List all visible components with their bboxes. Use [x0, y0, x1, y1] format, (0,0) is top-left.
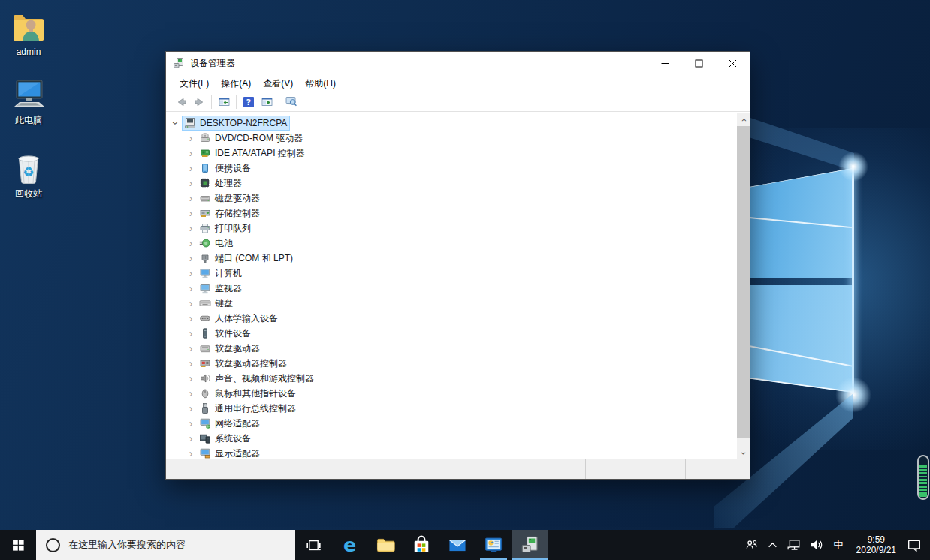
- tree-item[interactable]: ›打印队列: [166, 221, 737, 236]
- menu-file[interactable]: 文件(F): [174, 75, 215, 92]
- taskbar-edge-button[interactable]: e: [331, 530, 367, 560]
- chevron-right-icon[interactable]: ›: [184, 418, 198, 429]
- taskbar-system-panel-button[interactable]: [476, 530, 512, 560]
- chevron-right-icon[interactable]: ›: [184, 133, 198, 143]
- close-button[interactable]: [716, 53, 750, 74]
- taskbar-search-box[interactable]: 在这里输入你要搜索的内容: [36, 530, 295, 560]
- windows-logo-icon: [12, 539, 25, 552]
- tree-item[interactable]: ›系统设备: [166, 431, 737, 446]
- menu-help[interactable]: 帮助(H): [299, 75, 342, 92]
- tree-item[interactable]: ›IDE ATA/ATAPI 控制器: [166, 146, 737, 161]
- chevron-right-icon[interactable]: ›: [184, 148, 198, 158]
- chevron-right-icon[interactable]: ›: [184, 388, 198, 399]
- action-pane-button[interactable]: [258, 94, 276, 110]
- chevron-right-icon[interactable]: ›: [184, 268, 198, 278]
- action-center-button[interactable]: [903, 530, 930, 560]
- maximize-button[interactable]: [682, 53, 716, 74]
- tree-item[interactable]: ›软盘驱动器: [166, 341, 737, 356]
- tree-item[interactable]: ›通用串行总线控制器: [166, 401, 737, 416]
- scroll-up-button[interactable]: ›: [737, 113, 750, 126]
- menu-action[interactable]: 操作(A): [215, 75, 257, 92]
- forward-arrow-icon: [193, 96, 206, 108]
- menu-view[interactable]: 查看(V): [257, 75, 299, 92]
- chevron-right-icon[interactable]: ›: [184, 298, 198, 309]
- tree-item[interactable]: ›磁盘驱动器: [166, 191, 737, 206]
- chevron-right-icon[interactable]: ›: [184, 163, 198, 173]
- chevron-right-icon[interactable]: ›: [184, 193, 198, 203]
- desktop-icon-label: admin: [0, 47, 57, 57]
- desktop-icon-admin[interactable]: admin: [0, 9, 57, 57]
- console-tree-button[interactable]: [215, 94, 233, 110]
- taskbar-file-explorer-button[interactable]: [367, 530, 403, 560]
- tree-item[interactable]: ›计算机: [166, 266, 737, 281]
- ide-controller-icon: [199, 147, 211, 159]
- taskbar-mail-button[interactable]: [439, 530, 476, 560]
- tree-item[interactable]: ›处理器: [166, 176, 737, 191]
- chevron-right-icon[interactable]: ›: [184, 238, 198, 248]
- tree-item-label: 通用串行总线控制器: [215, 402, 296, 415]
- ime-indicator[interactable]: 中: [828, 530, 850, 560]
- chevron-right-icon[interactable]: ›: [184, 208, 198, 218]
- chevron-right-icon[interactable]: ›: [184, 178, 198, 188]
- task-view-button[interactable]: [295, 530, 331, 560]
- people-button[interactable]: [741, 530, 762, 560]
- tree-item[interactable]: ›电池: [166, 236, 737, 251]
- show-hidden-icons-button[interactable]: [762, 530, 783, 560]
- chevron-right-icon[interactable]: ›: [184, 223, 198, 233]
- monitor-icon: [199, 282, 211, 294]
- tree-item[interactable]: ›端口 (COM 和 LPT): [166, 251, 737, 266]
- device-manager-window: 设备管理器 文件(F)操作(A)查看(V)帮助(H): [165, 51, 750, 480]
- chevron-right-icon[interactable]: ›: [184, 403, 198, 414]
- help-button[interactable]: ?: [240, 94, 258, 110]
- taskbar-store-button[interactable]: [403, 530, 439, 560]
- desktop-icon-this-pc[interactable]: 此电脑: [0, 77, 57, 127]
- volume-button[interactable]: [805, 530, 828, 560]
- chevron-right-icon[interactable]: ›: [184, 313, 198, 324]
- forward-button[interactable]: [190, 94, 208, 110]
- taskbar-device-manager-button[interactable]: [512, 530, 548, 560]
- tree-root-item[interactable]: ›DESKTOP-N2FRCPA: [166, 116, 737, 131]
- tree-item-label: 网络适配器: [215, 417, 260, 430]
- tree-item[interactable]: ›键盘: [166, 296, 737, 311]
- chevron-right-icon[interactable]: ›: [184, 358, 198, 369]
- back-button[interactable]: [172, 94, 190, 110]
- device-manager-icon: [173, 57, 185, 69]
- chevron-right-icon[interactable]: ›: [184, 283, 198, 294]
- taskbar-clock[interactable]: 9:59 2020/9/21: [850, 530, 903, 560]
- network-icon: [787, 539, 801, 551]
- vertical-scrollbar[interactable]: › ›: [737, 113, 750, 459]
- clock-time: 9:59: [868, 534, 885, 545]
- scroll-down-button[interactable]: ›: [737, 447, 750, 459]
- desktop-icon-recycle-bin[interactable]: ♻ 回收站: [0, 150, 57, 200]
- tree-item[interactable]: ›软盘驱动器控制器: [166, 356, 737, 371]
- edge-icon: e: [340, 535, 360, 555]
- minimize-button[interactable]: [648, 53, 682, 74]
- chevron-right-icon[interactable]: ›: [184, 253, 198, 263]
- storage-controller-icon: [199, 207, 211, 219]
- chevron-right-icon[interactable]: ›: [184, 373, 198, 384]
- chevron-right-icon[interactable]: ›: [184, 448, 198, 459]
- start-button[interactable]: [0, 530, 36, 560]
- status-divider: [685, 459, 686, 479]
- tree-item[interactable]: ›软件设备: [166, 326, 737, 341]
- tree-item-label: DVD/CD-ROM 驱动器: [215, 132, 303, 145]
- chevron-down-icon[interactable]: ›: [171, 116, 181, 130]
- tree-item[interactable]: ›便携设备: [166, 161, 737, 176]
- title-bar[interactable]: 设备管理器: [166, 52, 750, 74]
- tree-item[interactable]: ›人体学输入设备: [166, 311, 737, 326]
- tree-item-label: DESKTOP-N2FRCPA: [200, 118, 287, 128]
- cd-drive-icon: [199, 132, 211, 144]
- scrollbar-thumb[interactable]: [737, 126, 750, 438]
- scan-hardware-button[interactable]: [282, 94, 300, 110]
- chevron-right-icon[interactable]: ›: [184, 433, 198, 444]
- tree-item[interactable]: ›监视器: [166, 281, 737, 296]
- tree-item[interactable]: ›网络适配器: [166, 416, 737, 431]
- tree-item[interactable]: ›鼠标和其他指针设备: [166, 386, 737, 401]
- chevron-right-icon[interactable]: ›: [184, 343, 198, 354]
- tree-item[interactable]: ›存储控制器: [166, 206, 737, 221]
- network-button[interactable]: [783, 530, 805, 560]
- chevron-right-icon[interactable]: ›: [184, 328, 198, 339]
- tree-item[interactable]: ›DVD/CD-ROM 驱动器: [166, 131, 737, 146]
- cortana-icon: [46, 538, 60, 552]
- tree-item[interactable]: ›声音、视频和游戏控制器: [166, 371, 737, 386]
